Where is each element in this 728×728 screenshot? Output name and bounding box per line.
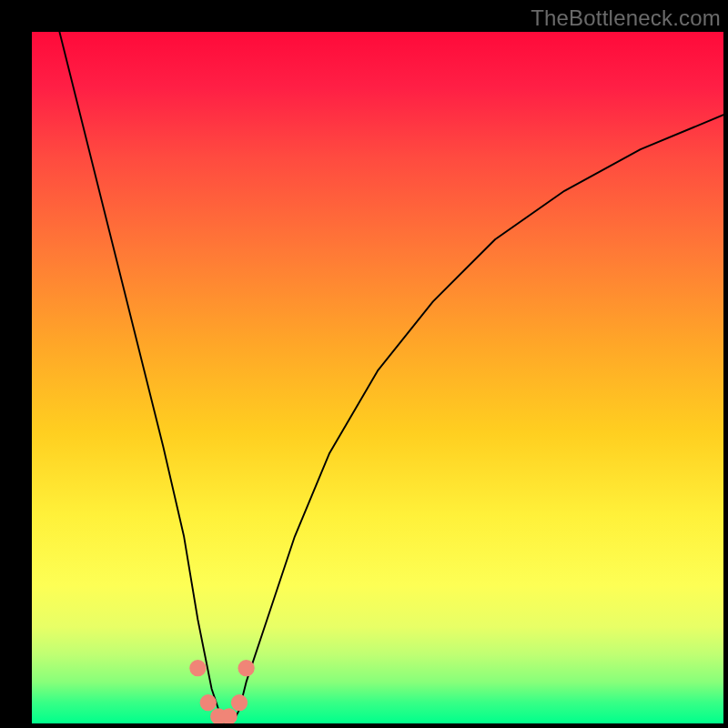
bottleneck-curve [59,32,723,723]
curve-markers [189,660,254,723]
plot-area [32,32,723,723]
chart-frame: TheBottleneck.com [0,0,728,728]
curve-marker [200,694,217,711]
curve-marker [238,660,254,676]
watermark-text: TheBottleneck.com [531,5,721,31]
curve-layer [32,32,723,723]
curve-marker [189,660,206,676]
curve-marker [231,694,248,711]
